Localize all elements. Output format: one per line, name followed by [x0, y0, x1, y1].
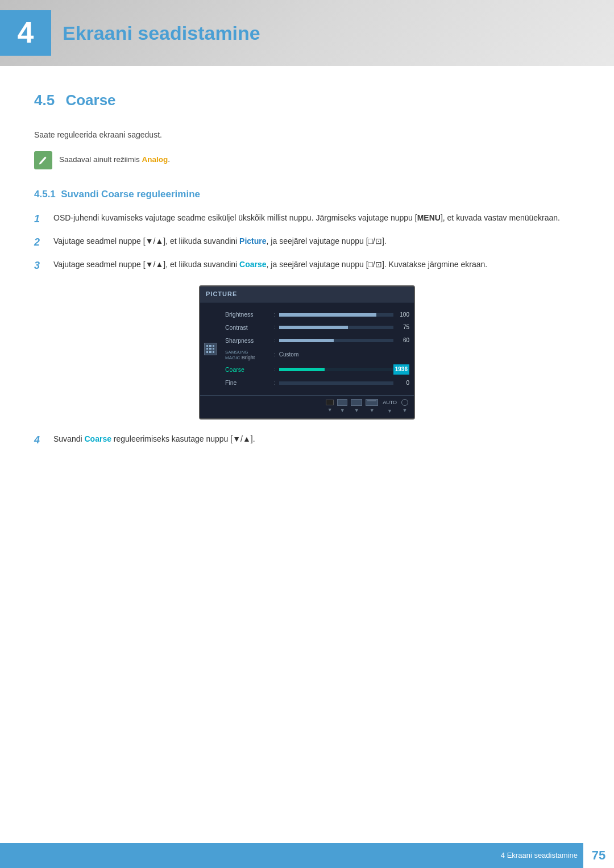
footer-chapter-text: 4 Ekraani seadistamine [501, 850, 583, 862]
note-box: Saadaval ainult režiimis Analog. [34, 151, 580, 169]
menu-item-fine: Fine : 0 [221, 376, 414, 389]
monitor-menu: Brightness : 100 Contrast : [221, 306, 414, 392]
monitor-title-bar: PICTURE [200, 286, 414, 303]
menu-item-contrast: Contrast : 75 [221, 321, 414, 334]
footer-auto-text: AUTO [383, 398, 397, 406]
menu-item-sharpness: Sharpness : 60 [221, 334, 414, 347]
pencil-icon [38, 155, 48, 165]
note-text: Saadaval ainult režiimis Analog. [59, 151, 170, 166]
main-content: 4.5 Coarse Saate reguleerida ekraani sag… [0, 89, 614, 448]
steps-list-4: 4 Suvandi Coarse reguleerimiseks kasutag… [34, 433, 580, 448]
intro-text: Saate reguleerida ekraani sagedust. [34, 128, 580, 141]
step-3: 3 Vajutage seadmel nuppe [▼/▲], et liiku… [34, 259, 580, 274]
monitor-screenshot: PICTURE [34, 285, 580, 420]
monitor-sidebar [200, 306, 221, 392]
chapter-header: 4 Ekraani seadistamine [0, 0, 614, 66]
footer-icon-1 [326, 400, 334, 405]
footer-icon-3 [351, 399, 362, 406]
menu-item-brightness: Brightness : 100 [221, 308, 414, 321]
monitor-footer: ▼ ▼ ▼ ▼ [200, 395, 414, 418]
footer-icon-4 [366, 399, 378, 406]
step-1: 1 OSD-juhendi kuvamiseks vajutage seadme… [34, 212, 580, 227]
section-heading: 4.5 Coarse [34, 89, 580, 113]
monitor-display: PICTURE [199, 285, 415, 420]
subsection-heading: 4.5.1 Suvandi Coarse reguleerimine [34, 186, 580, 202]
chapter-title: Ekraani seadistamine [63, 18, 260, 48]
note-icon [34, 151, 52, 169]
footer-icon-2 [337, 399, 347, 406]
footer-power-icon [401, 399, 408, 406]
step-4: 4 Suvandi Coarse reguleerimiseks kasutag… [34, 433, 580, 448]
page-footer: 4 Ekraani seadistamine 75 [0, 843, 614, 868]
menu-item-coarse: Coarse : 1936 [221, 363, 414, 376]
sidebar-icon [204, 343, 217, 355]
menu-item-magic-bright: SAMSUNGMAGIC Bright : Custom [221, 347, 414, 363]
steps-list: 1 OSD-juhendi kuvamiseks vajutage seadme… [34, 212, 580, 273]
chapter-number: 4 [0, 10, 51, 56]
monitor-body: Brightness : 100 Contrast : [200, 302, 414, 395]
footer-page-number: 75 [583, 843, 614, 868]
step-2: 2 Vajutage seadmel nuppe [▼/▲], et liiku… [34, 235, 580, 251]
